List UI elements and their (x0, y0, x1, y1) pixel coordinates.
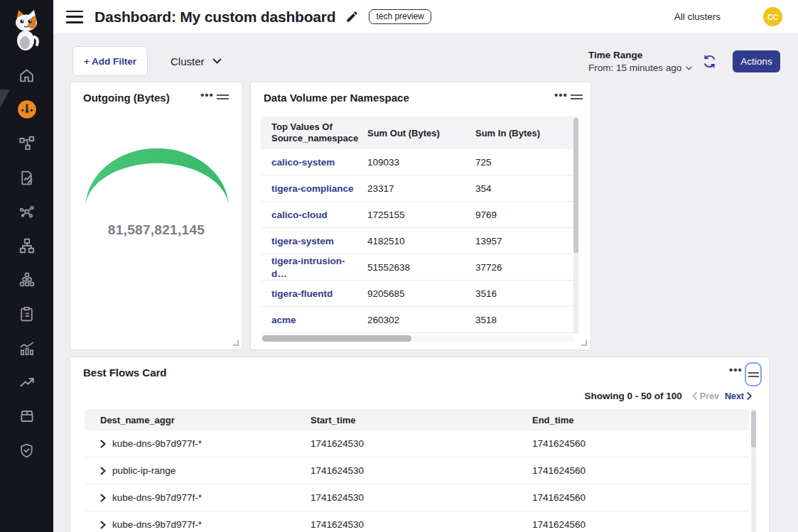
end-time-cell: 1741624560 (532, 492, 745, 503)
time-range-label: Time Range (588, 50, 692, 60)
document-edit-icon (18, 169, 36, 187)
card-drag-handle[interactable] (217, 94, 229, 102)
pagination-status: Showing 0 - 50 of 100 (585, 391, 682, 401)
column-header[interactable]: Sum In (Bytes) (465, 128, 563, 139)
sidebar-item-trends[interactable] (0, 365, 53, 399)
hamburger-menu-icon[interactable] (66, 11, 83, 23)
app-root: Dashboard: My custom dashboard tech prev… (0, 0, 798, 532)
card-menu-button[interactable]: ••• (729, 364, 743, 375)
namespace-link[interactable]: tigera-intrusion-d… (271, 256, 345, 279)
dest-name-cell: kube-dns-9b7d977f-* (112, 438, 202, 449)
table-row: tigera-system 4182510 13957 (261, 228, 573, 254)
time-range: Time Range From: 15 minutes ago (588, 50, 692, 73)
card-drag-handle-focused[interactable] (745, 362, 762, 386)
sum-out-cell: 260302 (357, 315, 465, 325)
sidebar-item-statistics[interactable] (0, 331, 53, 365)
card-resize-handle[interactable] (581, 340, 587, 346)
prev-label: Prev (700, 391, 719, 401)
table-row: kube-dns-9b7d977f-* 1741624530 174162456… (85, 511, 749, 532)
cluster-selector[interactable]: All clusters (674, 11, 721, 22)
expand-row-chevron-icon[interactable] (100, 467, 106, 475)
expand-row-chevron-icon[interactable] (100, 521, 106, 529)
tech-preview-badge: tech preview (369, 9, 431, 24)
namespace-link[interactable]: calico-system (271, 157, 335, 168)
time-range-dropdown[interactable]: From: 15 minutes ago (588, 63, 692, 73)
vertical-scrollbar[interactable] (573, 116, 578, 334)
sum-in-cell: 9769 (465, 210, 563, 220)
sitemap-icon (18, 237, 36, 255)
best-flows-card: Best Flows Card ••• Showing 0 - 50 of 10… (70, 357, 770, 532)
sum-out-cell: 51552638 (357, 262, 465, 273)
sidebar-item-connections[interactable] (0, 195, 53, 229)
shield-check-icon (18, 442, 36, 460)
molecule-connections-icon (18, 202, 36, 221)
column-header[interactable]: End_time (532, 415, 745, 425)
namespace-link[interactable]: tigera-fluentd (271, 288, 333, 299)
namespace-link[interactable]: acme (271, 315, 296, 325)
chevron-left-icon (692, 392, 697, 400)
calico-cat-logo[interactable] (6, 7, 46, 51)
vertical-scrollbar[interactable] (751, 409, 756, 532)
prev-page-button[interactable]: Prev (692, 391, 719, 401)
namespace-link[interactable]: calico-cloud (271, 210, 328, 220)
chevron-down-icon (212, 58, 222, 64)
next-page-button[interactable]: Next (725, 391, 752, 401)
actions-button[interactable]: Actions (733, 50, 780, 72)
sidebar-item-networks[interactable] (0, 229, 53, 263)
column-header[interactable]: Sum Out (Bytes) (357, 128, 465, 139)
column-header[interactable]: Top Values Of Source_namespace (261, 121, 357, 145)
avatar[interactable]: CC (763, 7, 782, 26)
column-header[interactable]: Start_time (311, 415, 532, 425)
sidebar-item-policies[interactable] (0, 161, 53, 195)
table-row: calico-cloud 1725155 9769 (261, 202, 573, 228)
card-menu-button[interactable]: ••• (200, 89, 214, 100)
trend-arrow-icon (18, 373, 36, 391)
expand-row-chevron-icon[interactable] (100, 494, 106, 502)
dest-name-cell: public-ip-range (112, 465, 176, 476)
table-row: acme 260302 3518 (261, 307, 573, 333)
sidebar-item-service-graph[interactable] (0, 126, 53, 161)
sum-out-cell: 9205685 (357, 288, 465, 299)
sum-in-cell: 13957 (465, 236, 563, 246)
card-resize-handle[interactable] (233, 340, 239, 346)
sidebar-item-security[interactable] (0, 433, 53, 467)
expand-row-chevron-icon[interactable] (100, 440, 106, 448)
card-menu-button[interactable]: ••• (554, 89, 568, 100)
sum-in-cell: 3518 (465, 315, 563, 325)
sidebar-item-compliance[interactable] (0, 297, 53, 331)
refresh-button[interactable] (702, 54, 717, 72)
sidebar-item-dashboards[interactable] (0, 92, 53, 126)
data-volume-card: Data Volume per Namespace ••• Top Values… (250, 82, 591, 350)
bar-chart-icon (18, 339, 36, 357)
end-time-cell: 1741624560 (532, 438, 745, 449)
cluster-filter-dropdown[interactable]: Cluster (171, 46, 222, 76)
refresh-icon (702, 54, 717, 69)
add-filter-button[interactable]: + Add Filter (72, 46, 148, 76)
sum-out-cell: 4182510 (357, 236, 465, 246)
sidebar-item-clusters[interactable] (0, 263, 53, 297)
horizontal-scrollbar[interactable] (261, 335, 573, 342)
data-volume-table: Top Values Of Source_namespace Sum Out (… (261, 116, 573, 333)
card-drag-handle[interactable] (571, 94, 583, 102)
card-title: Data Volume per Namespace (264, 92, 409, 104)
edit-dashboard-button[interactable] (345, 10, 359, 23)
top-header: Dashboard: My custom dashboard tech prev… (53, 0, 798, 34)
sidebar-item-home[interactable] (0, 58, 53, 92)
scrollbar-thumb[interactable] (573, 118, 578, 253)
sum-in-cell: 725 (465, 157, 563, 168)
namespace-link[interactable]: tigera-compliance (271, 183, 354, 194)
sum-out-cell: 1725155 (357, 210, 465, 220)
cluster-nodes-icon (18, 271, 36, 289)
end-time-cell: 1741624560 (532, 519, 745, 530)
table-row: tigera-fluentd 9205685 3516 (261, 281, 573, 307)
namespace-link[interactable]: tigera-system (271, 236, 334, 246)
column-header[interactable]: Dest_name_aggr (85, 415, 311, 425)
next-label: Next (725, 391, 744, 401)
scrollbar-thumb[interactable] (751, 411, 756, 447)
table-row: kube-dns-9b7d977f-* 1741624530 174162456… (85, 484, 749, 511)
clipboard-list-icon (18, 305, 36, 323)
scrollbar-thumb[interactable] (262, 335, 411, 342)
sidebar-item-images[interactable] (0, 399, 53, 433)
chevron-right-icon (747, 392, 752, 400)
table-header-row: Top Values Of Source_namespace Sum Out (… (261, 116, 573, 149)
